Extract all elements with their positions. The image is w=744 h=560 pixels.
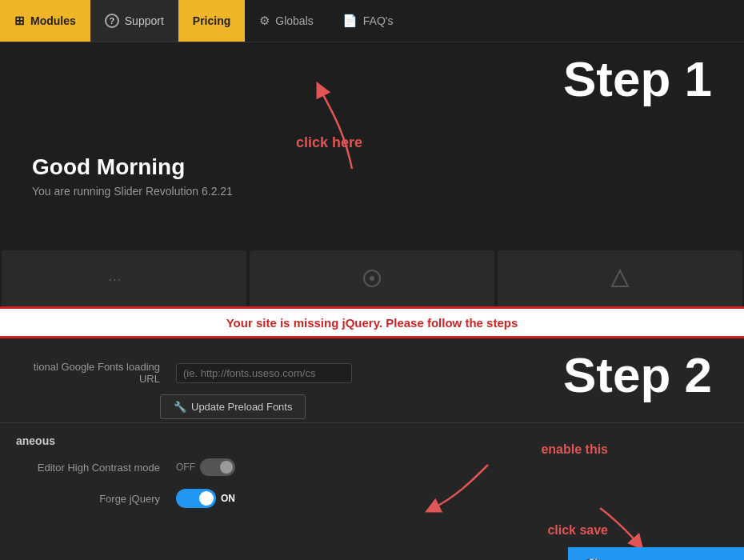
font-url-input[interactable]	[176, 363, 352, 383]
forge-jquery-label: Forge jQuery	[16, 493, 176, 505]
contrast-state: OFF	[176, 462, 195, 473]
card-1: ···	[2, 250, 246, 306]
nav-pricing-label: Pricing	[193, 14, 230, 27]
faqs-icon: 📄	[342, 14, 358, 28]
step1-label: Step 1	[563, 50, 712, 107]
forge-jquery-state: ON	[221, 493, 235, 504]
nav-globals-label: Globals	[275, 14, 313, 27]
step2-label: Step 2	[563, 346, 712, 403]
nav-globals[interactable]: ⚙ Globals	[245, 0, 327, 42]
annotation-area: click here	[264, 86, 440, 151]
support-icon: ?	[105, 14, 119, 28]
nav-modules[interactable]: ⊞ Modules	[0, 0, 90, 42]
modules-icon: ⊞	[14, 14, 25, 28]
contrast-row: Editor High Contrast mode OFF	[0, 452, 744, 482]
nav-support-label: Support	[125, 14, 164, 27]
update-fonts-label: Update Preload Fonts	[191, 401, 292, 413]
contrast-switch[interactable]	[200, 458, 235, 476]
svg-point-3	[370, 276, 374, 281]
card-2	[250, 250, 494, 306]
enable-text: enable this	[541, 442, 608, 457]
nav-modules-label: Modules	[30, 14, 76, 27]
divider-1	[0, 422, 744, 423]
contrast-label: Editor High Contrast mode	[16, 462, 176, 474]
greeting-title: Good Morning	[32, 154, 712, 180]
greeting-subtitle: You are running Slider Revolution 6.2.21	[32, 185, 712, 198]
save-global-settings-button[interactable]: 💾 Save Global Settings	[568, 547, 744, 560]
font-url-label: tional Google Fonts loading URL	[16, 361, 176, 385]
forge-jquery-switch[interactable]	[176, 489, 216, 508]
card-3	[498, 250, 742, 306]
globals-icon: ⚙	[259, 14, 270, 28]
notice-banner: Your site is missing jQuery. Please foll…	[0, 306, 744, 338]
forge-jquery-toggle[interactable]: ON	[176, 489, 235, 508]
section-header-misc: aneous	[0, 426, 744, 452]
notice-text: Your site is missing jQuery. Please foll…	[226, 316, 518, 330]
top-navigation: ⊞ Modules ? Support Pricing ⚙ Globals 📄 …	[0, 0, 744, 42]
enable-arrow	[392, 457, 520, 521]
svg-marker-4	[612, 270, 628, 286]
nav-faqs-label: FAQ's	[363, 14, 394, 27]
contrast-toggle[interactable]: OFF	[176, 458, 235, 476]
nav-pricing[interactable]: Pricing	[178, 0, 245, 42]
svg-text:···: ···	[108, 270, 122, 287]
step2-section: Step 2 tional Google Fonts loading URL 🔧…	[0, 338, 744, 560]
nav-faqs[interactable]: 📄 FAQ's	[328, 0, 408, 42]
save-arrow	[552, 504, 648, 552]
wrench-icon: 🔧	[174, 401, 186, 413]
cards-row: ···	[0, 250, 744, 306]
nav-support[interactable]: ? Support	[90, 0, 178, 42]
update-fonts-button[interactable]: 🔧 Update Preload Fonts	[160, 394, 306, 419]
step1-section: Step 1 click here Good Morning You are r…	[0, 42, 744, 306]
click-here-text: click here	[296, 134, 440, 151]
